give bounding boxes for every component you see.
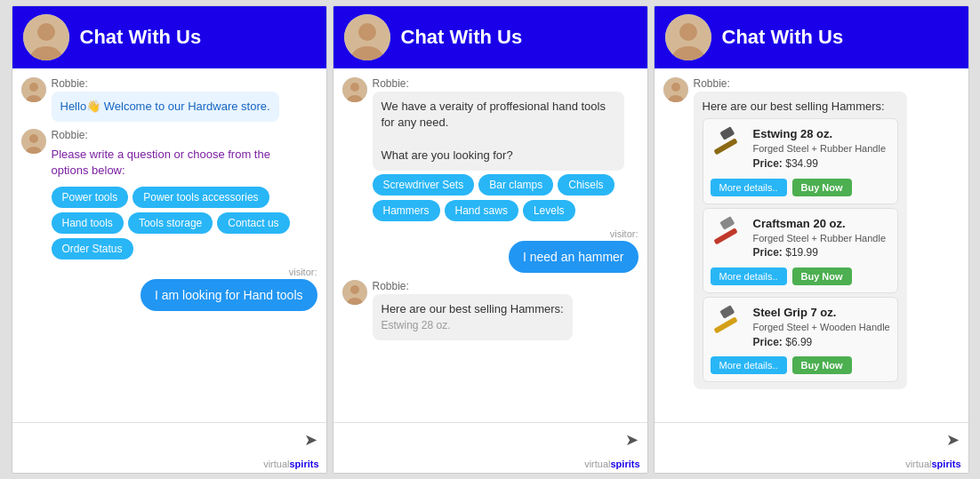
chat-footer-2: ➤ xyxy=(333,422,647,457)
opt-tools-storage[interactable]: Tools storage xyxy=(128,212,213,234)
chat-panel-3: Chat With Us Robbie: Here are our best s… xyxy=(654,5,969,474)
product-name-2: Craftsman 20 oz. xyxy=(753,216,890,232)
avatar-3 xyxy=(665,14,711,60)
send-icon-1[interactable]: ➤ xyxy=(304,430,317,450)
product-actions-3: More details.. Buy Now xyxy=(711,356,890,374)
brand-virtual-3: virtual xyxy=(905,459,931,469)
bot-avatar-2 xyxy=(21,129,46,154)
product-card-1: Estwing 28 oz. Forged Steel + Rubber Han… xyxy=(703,118,898,204)
svg-rect-29 xyxy=(719,305,735,319)
product-desc-2: Forged Steel + Rubber Handle xyxy=(753,232,890,245)
avatar-2 xyxy=(344,14,390,60)
product-info-2: Craftsman 20 oz. Forged Steel + Rubber H… xyxy=(753,216,890,260)
bot-avatar-1 xyxy=(21,77,46,102)
option-prompt-bubble: Please write a question or choose from t… xyxy=(52,143,303,182)
chat-input-3[interactable] xyxy=(663,433,946,447)
product-info-1: Estwing 28 oz. Forged Steel + Rubber Han… xyxy=(753,126,890,171)
visitor-msg-p2: visitor: I need an hammer xyxy=(342,228,639,273)
opt-power-tools[interactable]: Power tools xyxy=(52,187,129,208)
product-card-3: Steel Grip 7 oz. Forged Steel + Wooden H… xyxy=(703,297,898,382)
svg-point-22 xyxy=(671,83,680,92)
bot-avatar-p2-2 xyxy=(342,280,367,305)
bot-sender-p2-1: Robbie: xyxy=(373,77,624,90)
chat-input-1[interactable] xyxy=(21,433,304,447)
product-price-2: Price: $19.99 xyxy=(753,245,890,260)
chat-panel-2: Chat With Us Robbie: We have a veraity o… xyxy=(333,5,648,474)
opt-levels[interactable]: Levels xyxy=(523,200,575,221)
bot-sender-2: Robbie: xyxy=(52,129,303,141)
bot-content-p2-2: Robbie: Here are our best selling Hammer… xyxy=(373,280,573,340)
opt-chisels[interactable]: Chisels xyxy=(558,174,614,196)
opt-hand-saws[interactable]: Hand saws xyxy=(445,200,518,221)
bot-avatar-p3 xyxy=(663,77,688,102)
opt-contact-us[interactable]: Contact us xyxy=(217,212,289,234)
buy-btn-1[interactable]: Buy Now xyxy=(792,179,852,196)
bot-sender-p2-2: Robbie: xyxy=(373,280,573,292)
bot-msg-panel3-1: Robbie: Here are our best selling Hammer… xyxy=(663,77,960,389)
header-title-1: Chat With Us xyxy=(80,26,202,49)
chat-body-3[interactable]: Robbie: Here are our best selling Hammer… xyxy=(655,68,968,422)
chat-header-2: Chat With Us xyxy=(333,6,647,68)
svg-point-7 xyxy=(29,134,38,143)
buy-btn-3[interactable]: Buy Now xyxy=(792,356,852,374)
buy-btn-2[interactable]: Buy Now xyxy=(792,267,852,285)
details-btn-2[interactable]: More details.. xyxy=(711,267,787,285)
svg-rect-27 xyxy=(719,216,735,230)
opt-screwdriver[interactable]: Screwdriver Sets xyxy=(373,174,475,196)
chat-header-3: Chat With Us xyxy=(655,6,968,68)
send-icon-3[interactable]: ➤ xyxy=(946,430,960,450)
product-row-2: Craftsman 20 oz. Forged Steel + Rubber H… xyxy=(711,216,890,260)
hammer-img-2 xyxy=(711,216,746,251)
bot-bubble-p2-1: We have a veraity of proffesional hand t… xyxy=(373,92,624,171)
bot-bubble-p3-1: Here are our best selling Hammers: xyxy=(694,92,907,389)
chat-input-2[interactable] xyxy=(342,433,625,447)
svg-point-19 xyxy=(679,23,697,41)
product-name-1: Estwing 28 oz. xyxy=(753,126,890,142)
chat-footer-3: ➤ xyxy=(655,422,968,457)
product-row-3: Steel Grip 7 oz. Forged Steel + Wooden H… xyxy=(711,305,890,349)
chat-body-1[interactable]: Robbie: Hello👋 Welcome to our Hardware s… xyxy=(12,68,326,422)
avatar-1 xyxy=(23,14,69,60)
opt-hammers[interactable]: Hammers xyxy=(373,200,440,221)
svg-point-10 xyxy=(358,23,376,41)
opt-hand-tools[interactable]: Hand tools xyxy=(52,212,124,234)
details-btn-1[interactable]: More details.. xyxy=(711,179,787,196)
svg-point-16 xyxy=(350,285,359,294)
opt-order-status[interactable]: Order Status xyxy=(52,238,133,259)
details-btn-3[interactable]: More details.. xyxy=(711,356,787,374)
header-title-3: Chat With Us xyxy=(722,26,844,49)
welcome-bubble: Hello👋 Welcome to our Hardware store. xyxy=(52,92,279,122)
svg-point-1 xyxy=(37,23,55,41)
chat-body-2[interactable]: Robbie: We have a veraity of proffesiona… xyxy=(333,68,647,422)
opt-bar-clamps[interactable]: Bar clamps xyxy=(478,174,553,196)
svg-rect-28 xyxy=(713,316,737,333)
bot-avatar-p2 xyxy=(342,77,367,102)
product-desc-1: Forged Steel + Rubber Handle xyxy=(753,142,890,156)
product-row-1: Estwing 28 oz. Forged Steel + Rubber Han… xyxy=(711,126,890,171)
product-actions-2: More details.. Buy Now xyxy=(711,267,890,285)
bot-msg-panel2-1: Robbie: We have a veraity of proffesiona… xyxy=(342,77,639,221)
opt-power-tools-acc[interactable]: Power tools accessories xyxy=(133,187,269,208)
bot-msg-content-2: Robbie: Please write a question or choos… xyxy=(52,129,303,259)
brand-spirits-1: spirits xyxy=(289,459,318,469)
bot-bubble-p2-2: Here are our best selling Hammers: Estwi… xyxy=(373,294,573,340)
svg-point-4 xyxy=(29,83,38,92)
chat-panels: Chat With Us Robbie: Hello👋 Welcome to o… xyxy=(6,0,975,479)
brand-virtual-1: virtual xyxy=(263,459,289,469)
visitor-label-p2: visitor: xyxy=(610,228,639,239)
svg-rect-25 xyxy=(719,126,735,140)
visitor-bubble-p2: I need an hammer xyxy=(509,241,639,273)
bot-msg-2: Robbie: Please write a question or choos… xyxy=(21,129,317,259)
send-icon-2[interactable]: ➤ xyxy=(625,430,639,450)
visitor-label-1: visitor: xyxy=(289,267,317,277)
svg-rect-26 xyxy=(713,228,737,244)
product-card-2: Craftsman 20 oz. Forged Steel + Rubber H… xyxy=(703,208,898,293)
visitor-bubble-1: I am looking for Hand tools xyxy=(141,279,317,311)
product-desc-3: Forged Steel + Wooden Handle xyxy=(753,321,890,334)
bot-msg-panel2-2: Robbie: Here are our best selling Hammer… xyxy=(342,280,639,340)
header-title-2: Chat With Us xyxy=(401,26,523,49)
option-buttons-1: Power tools Power tools accessories Hand… xyxy=(52,187,303,259)
visitor-msg-1: visitor: I am looking for Hand tools xyxy=(21,267,317,311)
hammers-intro: Here are our best selling Hammers: xyxy=(703,99,898,115)
product-actions-1: More details.. Buy Now xyxy=(711,179,890,196)
